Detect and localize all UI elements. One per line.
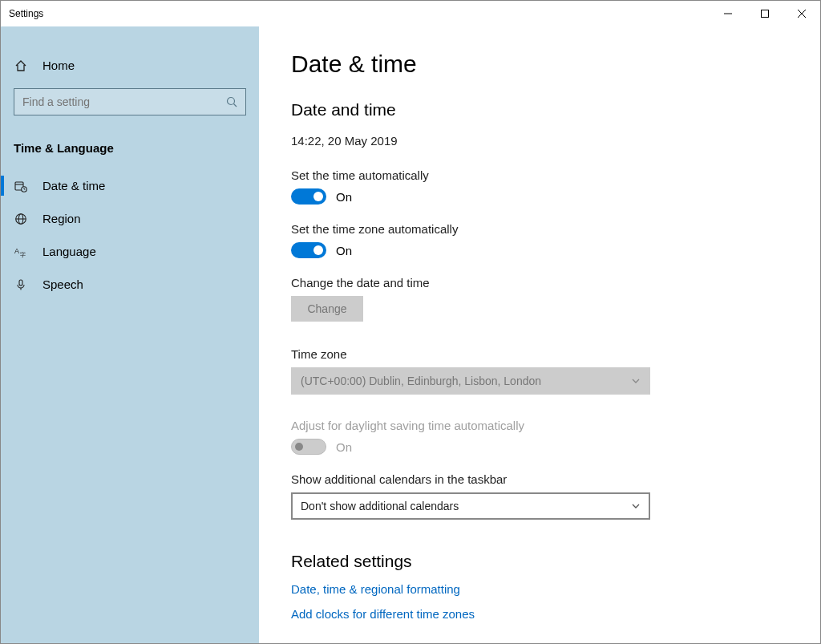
close-button[interactable] xyxy=(783,1,820,26)
label-dst-auto: Adjust for daylight saving time automati… xyxy=(291,419,788,432)
window-title: Settings xyxy=(9,8,43,19)
sidebar-item-region[interactable]: Region xyxy=(1,202,259,235)
sidebar-item-label: Date & time xyxy=(42,179,105,192)
sidebar-item-label: Speech xyxy=(42,277,83,291)
toggle-dst-auto xyxy=(291,439,326,455)
sidebar-category: Time & Language xyxy=(1,135,259,169)
toggle-set-tz-auto[interactable] xyxy=(291,242,326,258)
page-title: Date & time xyxy=(291,51,788,78)
sidebar-home[interactable]: Home xyxy=(1,51,259,80)
microphone-icon xyxy=(14,278,28,291)
chevron-down-icon xyxy=(631,501,641,511)
chevron-down-icon xyxy=(631,376,641,386)
sidebar-item-language[interactable]: A字 Language xyxy=(1,235,259,268)
label-time-zone: Time zone xyxy=(291,347,788,361)
svg-line-5 xyxy=(234,104,237,107)
sidebar-item-date-time[interactable]: Date & time xyxy=(1,169,259,202)
label-additional-calendars: Show additional calendars in the taskbar xyxy=(291,472,788,486)
toggle-dst-auto-state: On xyxy=(336,440,352,454)
sidebar: Home Time & Language Date & time Region … xyxy=(1,26,259,643)
minimize-button[interactable] xyxy=(710,1,746,26)
change-button: Change xyxy=(291,296,363,322)
search-input[interactable] xyxy=(22,95,216,108)
sidebar-home-label: Home xyxy=(42,59,75,72)
main-content: Date & time Date and time 14:22, 20 May … xyxy=(259,26,820,643)
svg-text:字: 字 xyxy=(20,252,26,257)
sidebar-item-label: Region xyxy=(42,212,81,225)
sidebar-item-label: Language xyxy=(42,245,96,258)
toggle-set-time-auto[interactable] xyxy=(291,188,326,205)
label-set-time-auto: Set the time automatically xyxy=(291,168,788,182)
title-bar: Settings xyxy=(1,1,820,26)
language-icon: A字 xyxy=(14,245,28,258)
calendar-clock-icon xyxy=(14,180,28,192)
label-set-tz-auto: Set the time zone automatically xyxy=(291,222,788,236)
toggle-set-time-auto-state: On xyxy=(336,190,352,204)
label-change-date-time: Change the date and time xyxy=(291,276,788,290)
window-controls xyxy=(710,1,820,26)
link-date-time-formatting[interactable]: Date, time & regional formatting xyxy=(291,582,788,596)
globe-icon xyxy=(14,213,28,225)
svg-rect-1 xyxy=(762,10,769,18)
svg-point-4 xyxy=(228,98,235,105)
search-box[interactable] xyxy=(14,88,246,115)
home-icon xyxy=(14,59,28,72)
select-additional-calendars-value: Don't show additional calendars xyxy=(301,500,459,512)
select-time-zone-value: (UTC+00:00) Dublin, Edinburgh, Lisbon, L… xyxy=(301,375,541,387)
select-time-zone: (UTC+00:00) Dublin, Edinburgh, Lisbon, L… xyxy=(291,367,650,395)
current-date-time: 14:22, 20 May 2019 xyxy=(291,134,788,148)
maximize-button[interactable] xyxy=(746,1,783,26)
svg-rect-16 xyxy=(19,280,22,286)
link-add-clocks[interactable]: Add clocks for different time zones xyxy=(291,607,788,621)
toggle-set-tz-auto-state: On xyxy=(336,244,352,257)
svg-text:A: A xyxy=(14,247,19,255)
section-heading-related: Related settings xyxy=(291,552,788,571)
sidebar-item-speech[interactable]: Speech xyxy=(1,268,259,301)
search-icon xyxy=(226,96,237,107)
section-heading-date-time: Date and time xyxy=(291,100,788,119)
select-additional-calendars[interactable]: Don't show additional calendars xyxy=(291,492,650,520)
